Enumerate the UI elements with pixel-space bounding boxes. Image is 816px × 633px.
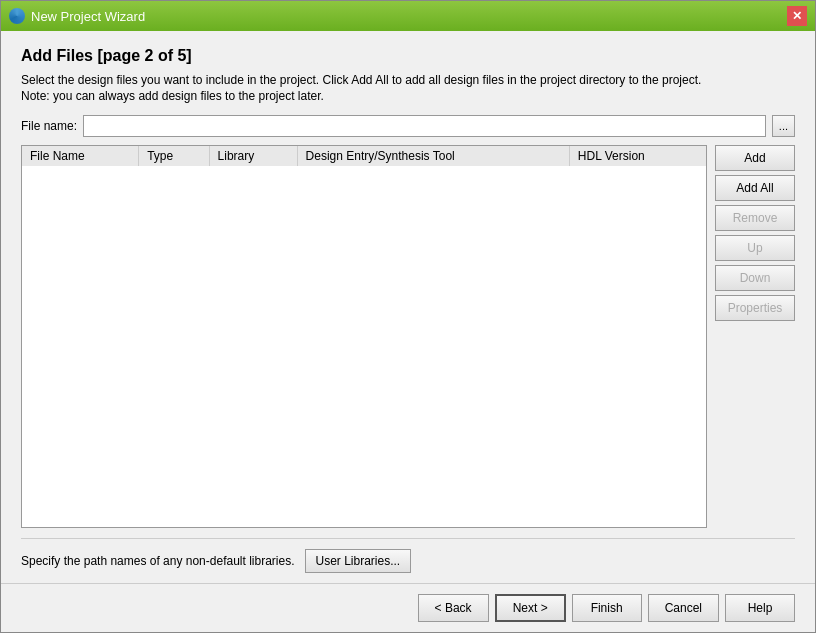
app-icon [9,8,25,24]
add-all-button[interactable]: Add All [715,175,795,201]
user-libraries-label: Specify the path names of any non-defaul… [21,554,295,568]
user-libraries-button[interactable]: User Libraries... [305,549,412,573]
cancel-button[interactable]: Cancel [648,594,719,622]
back-button[interactable]: < Back [418,594,489,622]
add-button[interactable]: Add [715,145,795,171]
user-libraries-row: Specify the path names of any non-defaul… [21,538,795,573]
next-button[interactable]: Next > [495,594,566,622]
col-file-name: File Name [22,146,139,166]
close-button[interactable]: ✕ [787,6,807,26]
help-button[interactable]: Help [725,594,795,622]
file-table: File Name Type Library Design Entry/Synt… [22,146,706,166]
table-header-row: File Name Type Library Design Entry/Synt… [22,146,706,166]
title-bar: New Project Wizard ✕ [1,1,815,31]
col-design-tool: Design Entry/Synthesis Tool [297,146,569,166]
page-title: Add Files [page 2 of 5] [21,47,795,65]
col-hdl-version: HDL Version [569,146,706,166]
file-name-input[interactable] [83,115,766,137]
bottom-bar: < Back Next > Finish Cancel Help [1,583,815,632]
title-bar-left: New Project Wizard [9,8,145,24]
file-name-row: File name: ... [21,115,795,137]
file-name-label: File name: [21,119,77,133]
up-button[interactable]: Up [715,235,795,261]
col-library: Library [209,146,297,166]
finish-button[interactable]: Finish [572,594,642,622]
side-buttons: Add Add All Remove Up Down Properties [715,145,795,528]
file-table-container: File Name Type Library Design Entry/Synt… [21,145,707,528]
page-description: Select the design files you want to incl… [21,73,795,87]
page-note: Note: you can always add design files to… [21,89,795,103]
main-window: New Project Wizard ✕ Add Files [page 2 o… [0,0,816,633]
col-type: Type [139,146,209,166]
content-area: Add Files [page 2 of 5] Select the desig… [1,31,815,583]
window-title: New Project Wizard [31,9,145,24]
browse-button[interactable]: ... [772,115,795,137]
down-button[interactable]: Down [715,265,795,291]
properties-button[interactable]: Properties [715,295,795,321]
main-area: File Name Type Library Design Entry/Synt… [21,145,795,528]
remove-button[interactable]: Remove [715,205,795,231]
